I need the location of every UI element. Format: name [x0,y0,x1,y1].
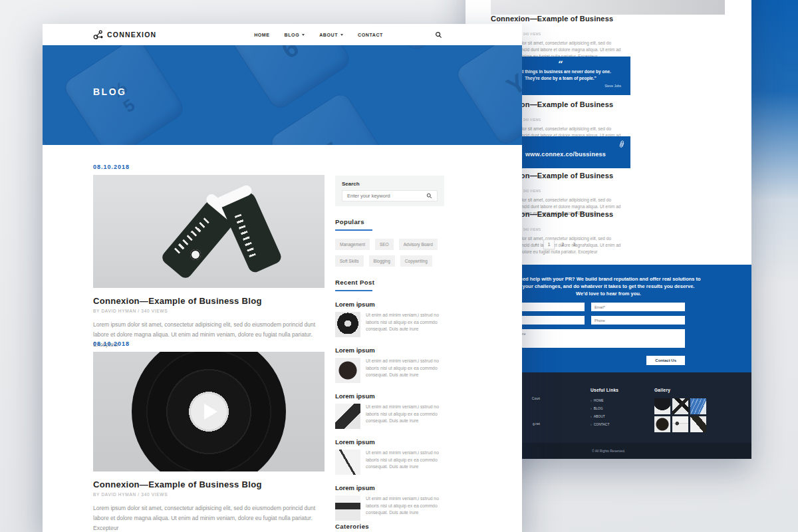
nav-item-about[interactable]: ABOUT [319,33,343,37]
post-title[interactable]: Connexion—Example of Business Blog [93,479,325,489]
recent-post-heading: Recent Post [335,279,444,286]
sidebar: Search Populars Management SEO Advisory … [335,176,444,521]
footer-link[interactable]: ›BLOG [591,406,618,410]
populars-heading: Populars [335,218,444,225]
tag-list: Management SEO Advisory Board Soft Skill… [335,239,444,267]
pagination-page[interactable]: 1 [543,239,555,249]
recent-item-thumb [335,358,360,383]
nav-items: HOME BLOG ABOUT CONTACT [254,33,383,37]
gallery-thumb[interactable] [672,398,688,414]
recent-post-item[interactable]: Lorem ipsum Ut enim ad minim veniam,i ss… [335,484,444,521]
chevron-down-icon [302,34,305,36]
post-date: 08.10.2018 [93,340,325,347]
pagination-page[interactable]: 3 [571,240,579,249]
link-url[interactable]: www.connex.co/bussiness [525,151,606,158]
heading-accent [335,229,372,231]
recent-item-text: Ut enim ad minim veniam,i sstrud no labo… [366,404,444,429]
footer-link[interactable]: ›CONTACT [591,422,618,426]
recent-item-thumb [335,312,360,337]
footer-gallery-column: Gallery [654,388,706,432]
post-meta: BY DAVID HYMAN / 340 VIEWS [93,309,325,313]
search-input[interactable] [347,193,426,199]
sneaker-shape [219,189,283,275]
nav-item-blog[interactable]: BLOG [285,33,305,37]
brand-logo-icon [93,30,104,40]
gallery-heading: Gallery [654,388,706,392]
recent-item-title[interactable]: Lorem ipsum [335,346,444,354]
keyboard-key: Y [454,45,522,145]
keyboard-key [43,121,80,145]
recent-post-item[interactable]: Lorem ipsum Ut enim ad minim veniam,i ss… [335,346,444,383]
recent-item-text: Ut enim ad minim veniam,i sstrud no labo… [366,495,444,521]
post-title[interactable]: Connexion—Example of Business Blog [93,296,325,306]
recent-item-text: Ut enim ad minim veniam,i sstrud no labo… [366,312,444,337]
post-excerpt: Lorem ipsum dolor sit amet, consectetur … [93,503,325,532]
pagination-page[interactable]: 2 [559,240,567,249]
email-field[interactable] [591,303,685,311]
blog-post: 08.10.2018 Connexion—Example of Business… [93,164,325,350]
arrow-right-icon: › [591,406,592,410]
contact-us-button[interactable]: Contact Us [646,356,685,365]
footer-links-column: Useful Links ›HOME ›BLOG ›ABOUT ›CONTACT [591,388,618,430]
recent-item-title[interactable]: Lorem ipsum [335,392,444,400]
brand-name: CONNEXION [107,31,156,39]
recent-item-text: Ut enim ad minim veniam,i sstrud no labo… [366,358,444,383]
mockup-stage: Connexion—Example of Business Blog BY DA… [0,0,798,532]
recent-post-item[interactable]: Lorem ipsum Ut enim ad minim veniam,i ss… [335,438,444,475]
recent-post-item[interactable]: Lorem ipsum Ut enim ad minim veniam,i ss… [335,392,444,429]
heading-accent [335,290,372,291]
post-meta: BY DAVID HYMAN / 340 VIEWS [93,492,325,497]
brand[interactable]: CONNEXION [93,30,156,40]
categories-heading: Caterories [335,523,369,530]
search-label: Search [342,181,438,187]
tag-chip[interactable]: Advisory Board [399,239,438,250]
nav-search-icon[interactable] [435,31,442,39]
arrow-right-icon: › [591,422,592,426]
search-submit-icon[interactable] [426,193,432,199]
recent-item-thumb [335,450,360,475]
recent-post-item[interactable]: Lorem ipsum Ut enim ad minim veniam,i ss… [335,301,444,337]
recent-item-title[interactable]: Lorem ipsum [335,301,444,308]
page-title: BLOG [93,86,126,97]
pagination-prev[interactable]: ‹ [533,240,539,249]
tag-chip[interactable]: SEO [375,239,394,250]
post-image[interactable] [93,352,325,471]
nav-item-home[interactable]: HOME [254,33,269,37]
hero-banner: % 5 6 R T Y G BLOG [43,45,522,145]
footer-link[interactable]: ›HOME [591,398,618,402]
pagination-next[interactable]: › [582,240,589,249]
tag-chip[interactable]: Copywriting [400,255,432,267]
background-blue-glow [749,0,798,286]
gallery-thumb[interactable] [690,416,706,432]
search-widget: Search [335,176,444,206]
post-image[interactable] [491,0,725,15]
tag-chip[interactable]: Soft Skills [335,255,364,267]
gallery-thumb[interactable] [690,398,706,414]
phone-field[interactable] [591,316,685,325]
tag-chip[interactable]: Blogging [369,255,395,267]
paperclip-icon [617,140,626,150]
recent-item-title[interactable]: Lorem ipsum [335,438,444,446]
useful-links-heading: Useful Links [591,388,618,392]
top-nav: CONNEXION HOME BLOG ABOUT CONTACT [43,24,522,45]
recent-item-title[interactable]: Lorem ipsum [335,484,444,491]
recent-item-text: Ut enim ad minim veniam,i sstrud no labo… [366,450,444,475]
blog-post: 08.10.2018 Connexion—Example of Business… [93,340,325,532]
tag-chip[interactable]: Management [335,239,370,250]
sneaker-patch-shape [190,249,201,260]
nav-item-contact[interactable]: CONTACT [358,33,383,37]
chevron-down-icon [340,34,343,36]
post-date: 08.10.2018 [93,164,325,170]
front-page: CONNEXION HOME BLOG ABOUT CONTACT % 5 6 … [43,24,522,532]
post-image[interactable] [93,175,325,288]
footer-link[interactable]: ›ABOUT [591,414,618,418]
arrow-right-icon: › [591,414,592,418]
recent-item-thumb [335,495,360,521]
gallery-thumb[interactable] [654,398,670,414]
recent-item-thumb [335,404,360,429]
play-icon[interactable] [204,404,217,420]
keyboard-key [364,45,489,53]
gallery-thumb[interactable] [672,416,688,432]
arrow-right-icon: › [591,398,592,402]
gallery-thumb[interactable] [654,416,670,432]
